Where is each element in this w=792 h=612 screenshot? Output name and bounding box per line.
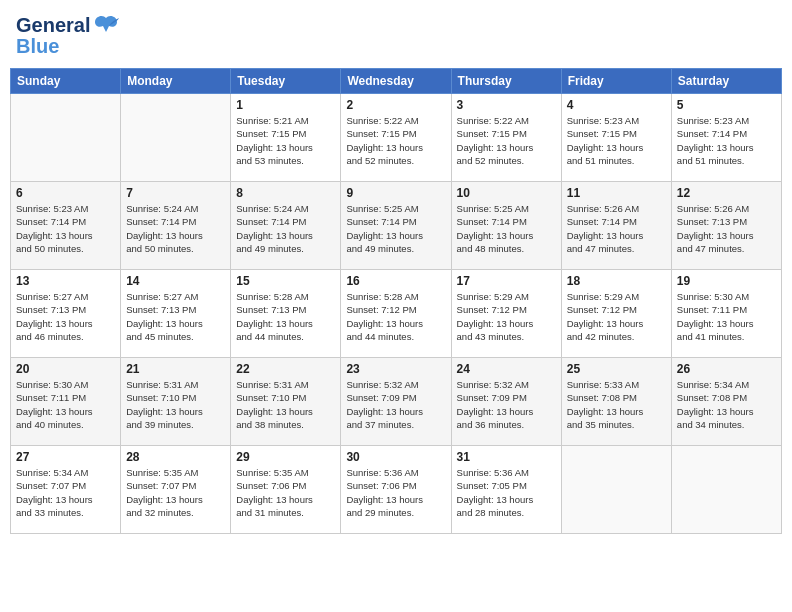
- day-info: Sunrise: 5:33 AM Sunset: 7:08 PM Dayligh…: [567, 378, 666, 431]
- logo-bird-icon: [93, 14, 119, 36]
- calendar-day-cell: 2Sunrise: 5:22 AM Sunset: 7:15 PM Daylig…: [341, 94, 451, 182]
- day-number: 6: [16, 186, 115, 200]
- calendar-day-cell: 3Sunrise: 5:22 AM Sunset: 7:15 PM Daylig…: [451, 94, 561, 182]
- calendar-day-cell: 14Sunrise: 5:27 AM Sunset: 7:13 PM Dayli…: [121, 270, 231, 358]
- calendar-day-cell: 9Sunrise: 5:25 AM Sunset: 7:14 PM Daylig…: [341, 182, 451, 270]
- day-info: Sunrise: 5:26 AM Sunset: 7:14 PM Dayligh…: [567, 202, 666, 255]
- calendar-day-cell: 29Sunrise: 5:35 AM Sunset: 7:06 PM Dayli…: [231, 446, 341, 534]
- day-number: 7: [126, 186, 225, 200]
- day-info: Sunrise: 5:36 AM Sunset: 7:05 PM Dayligh…: [457, 466, 556, 519]
- calendar-day-cell: 30Sunrise: 5:36 AM Sunset: 7:06 PM Dayli…: [341, 446, 451, 534]
- day-info: Sunrise: 5:30 AM Sunset: 7:11 PM Dayligh…: [677, 290, 776, 343]
- day-number: 27: [16, 450, 115, 464]
- day-number: 2: [346, 98, 445, 112]
- day-number: 8: [236, 186, 335, 200]
- calendar-table: SundayMondayTuesdayWednesdayThursdayFrid…: [10, 68, 782, 534]
- day-info: Sunrise: 5:25 AM Sunset: 7:14 PM Dayligh…: [457, 202, 556, 255]
- day-number: 14: [126, 274, 225, 288]
- day-number: 15: [236, 274, 335, 288]
- calendar-day-cell: 19Sunrise: 5:30 AM Sunset: 7:11 PM Dayli…: [671, 270, 781, 358]
- calendar-week-row: 6Sunrise: 5:23 AM Sunset: 7:14 PM Daylig…: [11, 182, 782, 270]
- logo-text-general: General: [16, 15, 90, 35]
- calendar-week-row: 27Sunrise: 5:34 AM Sunset: 7:07 PM Dayli…: [11, 446, 782, 534]
- logo-text-blue: Blue: [16, 36, 119, 56]
- calendar-day-cell: 4Sunrise: 5:23 AM Sunset: 7:15 PM Daylig…: [561, 94, 671, 182]
- day-number: 13: [16, 274, 115, 288]
- calendar-day-cell: 16Sunrise: 5:28 AM Sunset: 7:12 PM Dayli…: [341, 270, 451, 358]
- day-number: 26: [677, 362, 776, 376]
- day-info: Sunrise: 5:31 AM Sunset: 7:10 PM Dayligh…: [236, 378, 335, 431]
- calendar-week-row: 20Sunrise: 5:30 AM Sunset: 7:11 PM Dayli…: [11, 358, 782, 446]
- day-info: Sunrise: 5:23 AM Sunset: 7:15 PM Dayligh…: [567, 114, 666, 167]
- day-info: Sunrise: 5:32 AM Sunset: 7:09 PM Dayligh…: [457, 378, 556, 431]
- calendar-day-cell: 12Sunrise: 5:26 AM Sunset: 7:13 PM Dayli…: [671, 182, 781, 270]
- day-info: Sunrise: 5:24 AM Sunset: 7:14 PM Dayligh…: [236, 202, 335, 255]
- day-info: Sunrise: 5:34 AM Sunset: 7:07 PM Dayligh…: [16, 466, 115, 519]
- calendar-day-cell: 18Sunrise: 5:29 AM Sunset: 7:12 PM Dayli…: [561, 270, 671, 358]
- day-number: 25: [567, 362, 666, 376]
- calendar-day-cell: 15Sunrise: 5:28 AM Sunset: 7:13 PM Dayli…: [231, 270, 341, 358]
- calendar-day-cell: 11Sunrise: 5:26 AM Sunset: 7:14 PM Dayli…: [561, 182, 671, 270]
- day-number: 24: [457, 362, 556, 376]
- day-info: Sunrise: 5:21 AM Sunset: 7:15 PM Dayligh…: [236, 114, 335, 167]
- day-number: 29: [236, 450, 335, 464]
- day-info: Sunrise: 5:27 AM Sunset: 7:13 PM Dayligh…: [16, 290, 115, 343]
- day-info: Sunrise: 5:29 AM Sunset: 7:12 PM Dayligh…: [457, 290, 556, 343]
- day-number: 21: [126, 362, 225, 376]
- day-number: 9: [346, 186, 445, 200]
- day-info: Sunrise: 5:22 AM Sunset: 7:15 PM Dayligh…: [457, 114, 556, 167]
- weekday-header-wednesday: Wednesday: [341, 69, 451, 94]
- day-number: 18: [567, 274, 666, 288]
- calendar-day-cell: 31Sunrise: 5:36 AM Sunset: 7:05 PM Dayli…: [451, 446, 561, 534]
- day-info: Sunrise: 5:23 AM Sunset: 7:14 PM Dayligh…: [677, 114, 776, 167]
- calendar-day-cell: [671, 446, 781, 534]
- calendar-day-cell: 25Sunrise: 5:33 AM Sunset: 7:08 PM Dayli…: [561, 358, 671, 446]
- calendar-day-cell: 7Sunrise: 5:24 AM Sunset: 7:14 PM Daylig…: [121, 182, 231, 270]
- day-number: 10: [457, 186, 556, 200]
- calendar-day-cell: 26Sunrise: 5:34 AM Sunset: 7:08 PM Dayli…: [671, 358, 781, 446]
- weekday-header-tuesday: Tuesday: [231, 69, 341, 94]
- day-info: Sunrise: 5:23 AM Sunset: 7:14 PM Dayligh…: [16, 202, 115, 255]
- calendar-day-cell: 28Sunrise: 5:35 AM Sunset: 7:07 PM Dayli…: [121, 446, 231, 534]
- day-number: 16: [346, 274, 445, 288]
- day-info: Sunrise: 5:34 AM Sunset: 7:08 PM Dayligh…: [677, 378, 776, 431]
- calendar-day-cell: 22Sunrise: 5:31 AM Sunset: 7:10 PM Dayli…: [231, 358, 341, 446]
- day-info: Sunrise: 5:27 AM Sunset: 7:13 PM Dayligh…: [126, 290, 225, 343]
- day-info: Sunrise: 5:29 AM Sunset: 7:12 PM Dayligh…: [567, 290, 666, 343]
- day-number: 23: [346, 362, 445, 376]
- day-info: Sunrise: 5:32 AM Sunset: 7:09 PM Dayligh…: [346, 378, 445, 431]
- day-info: Sunrise: 5:24 AM Sunset: 7:14 PM Dayligh…: [126, 202, 225, 255]
- calendar-day-cell: 8Sunrise: 5:24 AM Sunset: 7:14 PM Daylig…: [231, 182, 341, 270]
- day-number: 17: [457, 274, 556, 288]
- day-number: 20: [16, 362, 115, 376]
- calendar-week-row: 1Sunrise: 5:21 AM Sunset: 7:15 PM Daylig…: [11, 94, 782, 182]
- calendar-day-cell: 13Sunrise: 5:27 AM Sunset: 7:13 PM Dayli…: [11, 270, 121, 358]
- calendar-day-cell: 17Sunrise: 5:29 AM Sunset: 7:12 PM Dayli…: [451, 270, 561, 358]
- weekday-header-sunday: Sunday: [11, 69, 121, 94]
- day-info: Sunrise: 5:28 AM Sunset: 7:13 PM Dayligh…: [236, 290, 335, 343]
- calendar-day-cell: [561, 446, 671, 534]
- day-number: 3: [457, 98, 556, 112]
- calendar-day-cell: 20Sunrise: 5:30 AM Sunset: 7:11 PM Dayli…: [11, 358, 121, 446]
- day-info: Sunrise: 5:26 AM Sunset: 7:13 PM Dayligh…: [677, 202, 776, 255]
- day-number: 5: [677, 98, 776, 112]
- calendar-day-cell: 10Sunrise: 5:25 AM Sunset: 7:14 PM Dayli…: [451, 182, 561, 270]
- day-info: Sunrise: 5:35 AM Sunset: 7:06 PM Dayligh…: [236, 466, 335, 519]
- day-info: Sunrise: 5:31 AM Sunset: 7:10 PM Dayligh…: [126, 378, 225, 431]
- calendar-day-cell: 27Sunrise: 5:34 AM Sunset: 7:07 PM Dayli…: [11, 446, 121, 534]
- day-info: Sunrise: 5:36 AM Sunset: 7:06 PM Dayligh…: [346, 466, 445, 519]
- day-info: Sunrise: 5:28 AM Sunset: 7:12 PM Dayligh…: [346, 290, 445, 343]
- day-info: Sunrise: 5:25 AM Sunset: 7:14 PM Dayligh…: [346, 202, 445, 255]
- day-info: Sunrise: 5:35 AM Sunset: 7:07 PM Dayligh…: [126, 466, 225, 519]
- logo: General Blue: [16, 14, 119, 56]
- calendar-day-cell: [121, 94, 231, 182]
- day-number: 1: [236, 98, 335, 112]
- calendar-week-row: 13Sunrise: 5:27 AM Sunset: 7:13 PM Dayli…: [11, 270, 782, 358]
- weekday-header-friday: Friday: [561, 69, 671, 94]
- day-number: 4: [567, 98, 666, 112]
- day-info: Sunrise: 5:30 AM Sunset: 7:11 PM Dayligh…: [16, 378, 115, 431]
- calendar-day-cell: [11, 94, 121, 182]
- weekday-header-saturday: Saturday: [671, 69, 781, 94]
- day-number: 12: [677, 186, 776, 200]
- weekday-header-monday: Monday: [121, 69, 231, 94]
